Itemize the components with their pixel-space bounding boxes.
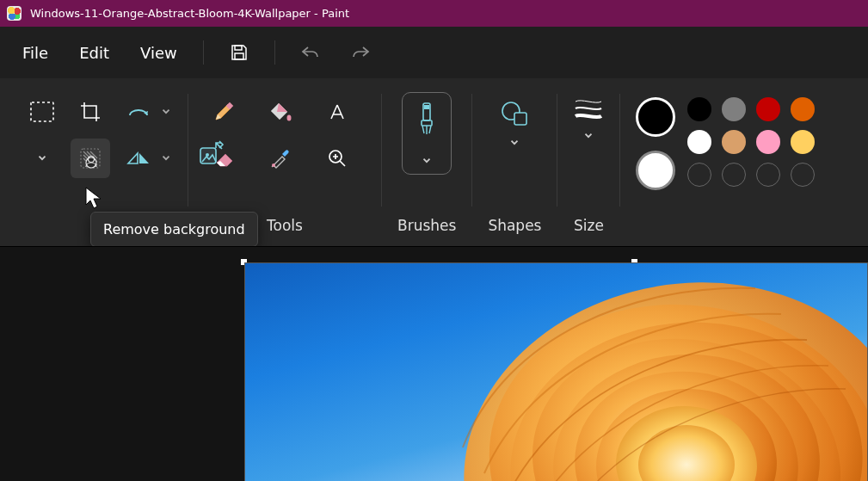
flip-tool[interactable] bbox=[119, 139, 172, 178]
menubar: File Edit View bbox=[0, 27, 868, 78]
palette-swatch[interactable] bbox=[756, 97, 780, 121]
divider bbox=[203, 40, 204, 65]
palette-swatch[interactable] bbox=[791, 163, 815, 187]
svg-rect-16 bbox=[514, 113, 526, 125]
resize-tool[interactable] bbox=[191, 133, 231, 173]
mouse-cursor bbox=[84, 187, 103, 211]
palette-swatch[interactable] bbox=[756, 163, 780, 187]
fill-tool[interactable] bbox=[261, 92, 300, 132]
svg-rect-2 bbox=[31, 102, 53, 121]
rotate-tool[interactable] bbox=[119, 92, 172, 132]
redo-button[interactable] bbox=[341, 35, 380, 70]
select-tool[interactable] bbox=[22, 92, 62, 132]
text-tool[interactable] bbox=[317, 92, 357, 132]
svg-rect-14 bbox=[422, 120, 432, 126]
size-icon bbox=[573, 97, 604, 121]
pencil-tool[interactable] bbox=[204, 92, 243, 132]
separator bbox=[381, 94, 382, 207]
section-shapes: Shapes bbox=[477, 85, 551, 246]
palette-swatch[interactable] bbox=[791, 130, 815, 154]
tools-label: Tools bbox=[267, 207, 303, 246]
canvas-area bbox=[0, 246, 868, 481]
color-palette bbox=[687, 97, 815, 187]
canvas-image bbox=[420, 262, 868, 481]
save-button[interactable] bbox=[219, 35, 259, 70]
section-colors bbox=[625, 85, 815, 246]
svg-point-9 bbox=[287, 115, 292, 121]
color-picker-tool[interactable] bbox=[261, 139, 300, 178]
section-size: Size bbox=[563, 85, 614, 246]
size-dropdown[interactable] bbox=[573, 92, 604, 142]
shapes-icon bbox=[499, 97, 530, 128]
palette-swatch[interactable] bbox=[722, 130, 746, 154]
paint-app-icon bbox=[7, 6, 22, 21]
svg-rect-0 bbox=[235, 46, 242, 50]
crop-tool[interactable] bbox=[71, 92, 110, 132]
separator bbox=[471, 94, 472, 207]
svg-point-10 bbox=[272, 163, 275, 167]
tooltip-remove-background: Remove background bbox=[90, 212, 258, 247]
canvas[interactable] bbox=[244, 262, 868, 481]
menu-view[interactable]: View bbox=[130, 37, 188, 69]
divider bbox=[274, 40, 275, 65]
magnifier-tool[interactable] bbox=[317, 139, 357, 178]
shapes-dropdown[interactable] bbox=[499, 92, 530, 149]
color-secondary[interactable] bbox=[636, 151, 675, 190]
svg-rect-1 bbox=[235, 53, 243, 59]
size-label: Size bbox=[574, 207, 604, 246]
chevron-down-icon bbox=[582, 130, 594, 142]
brushes-label: Brushes bbox=[397, 207, 456, 246]
chevron-down-icon bbox=[508, 137, 520, 149]
palette-swatch[interactable] bbox=[791, 97, 815, 121]
brushes-dropdown[interactable] bbox=[402, 92, 452, 175]
color-primary[interactable] bbox=[636, 97, 675, 137]
remove-background-button[interactable] bbox=[71, 139, 110, 178]
shapes-label: Shapes bbox=[488, 207, 541, 246]
menu-file[interactable]: File bbox=[12, 37, 58, 69]
palette-swatch[interactable] bbox=[687, 130, 711, 154]
palette-swatch[interactable] bbox=[687, 97, 711, 121]
separator bbox=[557, 94, 557, 207]
select-dropdown[interactable] bbox=[22, 149, 62, 168]
palette-swatch[interactable] bbox=[687, 163, 711, 187]
menu-edit[interactable]: Edit bbox=[69, 37, 120, 69]
separator bbox=[188, 94, 188, 207]
palette-swatch[interactable] bbox=[756, 130, 780, 154]
undo-button[interactable] bbox=[291, 35, 330, 70]
palette-swatch[interactable] bbox=[722, 163, 746, 187]
palette-swatch[interactable] bbox=[722, 97, 746, 121]
svg-rect-13 bbox=[424, 105, 429, 109]
section-brushes: Brushes bbox=[387, 85, 466, 246]
brush-icon bbox=[416, 102, 438, 136]
window-title: Windows-11-Orange-Abstract-Bloom-4K-Wall… bbox=[30, 7, 349, 20]
titlebar: Windows-11-Orange-Abstract-Bloom-4K-Wall… bbox=[0, 0, 868, 27]
separator bbox=[619, 94, 620, 207]
chevron-down-icon bbox=[421, 155, 433, 167]
